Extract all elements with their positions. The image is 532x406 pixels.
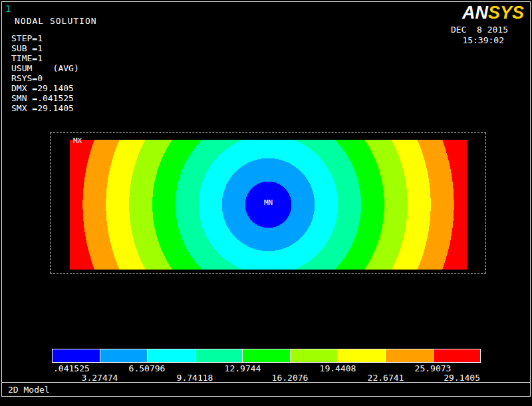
info-time: TIME=1 [11, 53, 79, 63]
model-title: 2D Model [8, 385, 50, 395]
legend-value-8: 25.9073 [415, 363, 452, 373]
date-stamp: DEC 8 2015 [451, 25, 508, 35]
info-usum: USUM (AVG) [11, 63, 79, 73]
contour-plate[interactable]: MX MN [70, 140, 467, 270]
max-label: MX [73, 136, 82, 145]
legend-segment [242, 349, 290, 362]
legend-segment [433, 349, 481, 362]
ansys-logo-an: AN [462, 3, 488, 23]
legend-value-3: 9.74118 [177, 373, 213, 383]
legend-segment [385, 349, 433, 362]
info-step: STEP=1 [11, 33, 79, 43]
footer-separator [1, 382, 531, 383]
info-smx: SMX =29.1405 [11, 103, 79, 113]
graphics-viewport[interactable]: MX MN [50, 132, 486, 274]
min-label: MN [264, 198, 273, 206]
legend-color-bar [52, 349, 481, 363]
ansys-logo-sys: SYS [488, 3, 524, 23]
legend-value-6: 19.4408 [320, 363, 356, 373]
legend-segment [100, 349, 148, 362]
legend-segment [147, 349, 195, 362]
info-rsys: RSYS=0 [11, 73, 79, 83]
ansys-logo: ANSYS [462, 3, 524, 23]
legend-value-9: 29.1405 [444, 373, 480, 383]
legend-segment [195, 349, 243, 362]
legend-value-5: 16.2076 [272, 373, 309, 383]
info-dmx: DMX =29.1405 [11, 83, 79, 93]
time-stamp: 15:39:02 [462, 35, 504, 45]
legend-segment [290, 349, 338, 362]
legend-value-4: 12.9744 [225, 363, 261, 373]
plot-number: 1 [5, 3, 11, 14]
solution-title: NODAL SOLUTION [15, 16, 97, 26]
legend-value-2: 6.50796 [129, 363, 166, 373]
info-sub: SUB =1 [11, 43, 79, 53]
ansys-graphics-window: 1 NODAL SOLUTION STEP=1 SUB =1 TIME=1 US… [0, 0, 532, 406]
solution-info-block: STEP=1 SUB =1 TIME=1 USUM (AVG) RSYS=0 D… [11, 33, 79, 113]
legend-segment [53, 349, 100, 362]
info-smn: SMN =.041525 [11, 93, 79, 103]
legend-segment [337, 349, 385, 362]
legend-value-7: 22.6741 [368, 373, 404, 383]
legend-value-0: .041525 [53, 363, 90, 373]
legend-value-1: 3.27474 [82, 373, 118, 383]
